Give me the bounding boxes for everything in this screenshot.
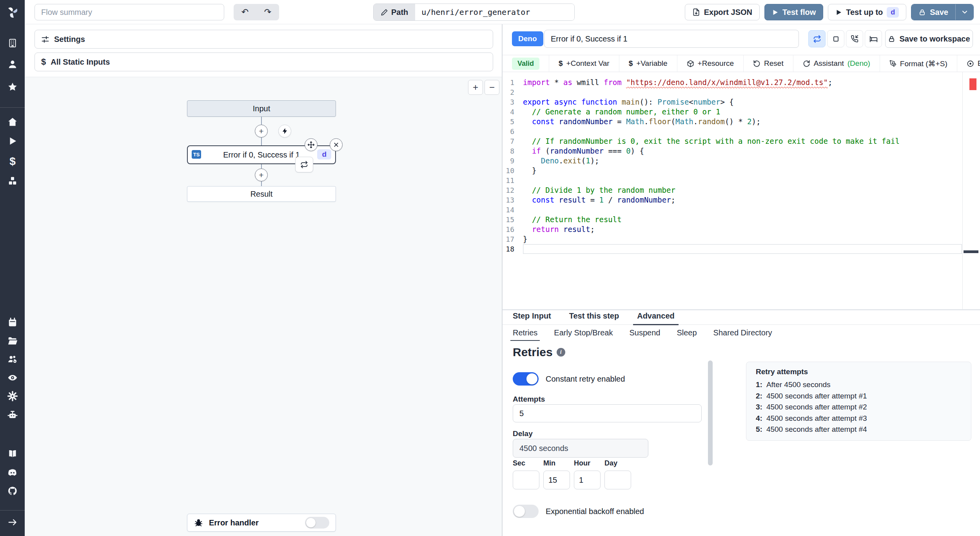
- sec-input[interactable]: [513, 471, 539, 489]
- home-icon[interactable]: [7, 117, 18, 127]
- schedules-calendar-icon[interactable]: [7, 317, 18, 328]
- undo-button[interactable]: ↶: [234, 4, 256, 20]
- folders-icon[interactable]: [7, 336, 18, 346]
- add-variable-button[interactable]: $+Variable: [619, 55, 677, 72]
- tab-test-this-step[interactable]: Test this step: [569, 311, 619, 325]
- line-content[interactable]: // Generate a random number, either 0 or…: [523, 107, 962, 117]
- flow-settings-button[interactable]: Settings: [34, 30, 493, 49]
- tab-advanced[interactable]: Advanced: [637, 311, 675, 325]
- code-line[interactable]: 14: [503, 205, 962, 215]
- subtab-early-stop-break[interactable]: Early Stop/Break: [554, 328, 613, 341]
- code-line[interactable]: 8 if (randomNumber === 0) {: [503, 146, 962, 156]
- code-line[interactable]: 1import * as wmill from "https://deno.la…: [503, 78, 962, 87]
- line-content[interactable]: [523, 244, 962, 254]
- line-content[interactable]: export async function main(): Promise<nu…: [523, 97, 962, 107]
- resources-cubes-icon[interactable]: [7, 176, 18, 186]
- flow-summary-input[interactable]: [34, 4, 224, 20]
- code-editor[interactable]: 1import * as wmill from "https://deno.la…: [503, 72, 980, 309]
- subtab-suspend[interactable]: Suspend: [629, 328, 660, 341]
- user-icon[interactable]: [7, 59, 18, 69]
- early-stop-icon-button[interactable]: [827, 30, 844, 47]
- line-content[interactable]: [523, 87, 962, 97]
- collapse-arrow-icon[interactable]: [7, 517, 18, 527]
- code-lines[interactable]: 1import * as wmill from "https://deno.la…: [503, 78, 962, 254]
- code-line[interactable]: 11: [503, 176, 962, 185]
- discord-icon[interactable]: [7, 467, 18, 478]
- save-button[interactable]: Save: [911, 4, 955, 20]
- line-content[interactable]: import * as wmill from "https://deno.lan…: [523, 78, 962, 87]
- tab-step-input[interactable]: Step Input: [513, 311, 551, 325]
- code-line[interactable]: 9 Deno.exit(1);: [503, 156, 962, 166]
- test-up-to-button[interactable]: Test up to d: [828, 4, 906, 20]
- line-content[interactable]: if (randomNumber === 0) {: [523, 146, 962, 156]
- code-line[interactable]: 5 const randomNumber = Math.floor(Math.r…: [503, 117, 962, 127]
- star-icon[interactable]: [7, 82, 18, 92]
- runs-play-icon[interactable]: [7, 136, 18, 146]
- line-content[interactable]: // If randomNumber is 0, exit the script…: [523, 136, 962, 146]
- code-line[interactable]: 15 // Return the result: [503, 215, 962, 225]
- explore-scripts-button[interactable]: Explore other s: [957, 55, 980, 72]
- robot-icon[interactable]: [7, 410, 18, 420]
- move-step-button[interactable]: [305, 138, 318, 151]
- redo-button[interactable]: ↷: [256, 4, 279, 20]
- constant-retry-toggle[interactable]: [513, 372, 539, 386]
- zoom-out-button[interactable]: −: [485, 80, 499, 95]
- code-line[interactable]: 13 const result = 1 / randomNumber;: [503, 195, 962, 205]
- line-content[interactable]: // Return the result: [523, 215, 962, 225]
- line-content[interactable]: [523, 205, 962, 215]
- code-line[interactable]: 3export async function main(): Promise<n…: [503, 97, 962, 107]
- test-flow-button[interactable]: Test flow: [764, 4, 823, 20]
- code-line[interactable]: 18: [503, 244, 962, 254]
- line-content[interactable]: // Divide 1 by the random number: [523, 185, 962, 195]
- all-static-inputs-button[interactable]: $ All Static Inputs: [34, 53, 493, 71]
- reset-button[interactable]: Reset: [744, 55, 793, 72]
- code-line[interactable]: 10 }: [503, 166, 962, 176]
- docs-book-icon[interactable]: [7, 449, 18, 459]
- step-retry-indicator-button[interactable]: [295, 157, 313, 172]
- code-line[interactable]: 7 // If randomNumber is 0, exit the scri…: [503, 136, 962, 146]
- subtab-retries[interactable]: Retries: [513, 328, 537, 341]
- sleep-icon-button[interactable]: [865, 30, 882, 47]
- workers-icon[interactable]: [7, 354, 18, 364]
- add-context-var-button[interactable]: $+Context Var: [549, 55, 619, 72]
- settings-gear-icon[interactable]: [7, 391, 18, 401]
- delete-step-button[interactable]: [330, 138, 343, 151]
- code-line[interactable]: 16 return result;: [503, 225, 962, 234]
- save-to-workspace-button[interactable]: Save to workspace: [885, 30, 973, 48]
- trigger-bolt-button[interactable]: [278, 125, 291, 138]
- error-handler-toggle[interactable]: [305, 517, 329, 529]
- editor-overview-ruler[interactable]: [962, 72, 980, 309]
- subtab-shared-directory[interactable]: Shared Directory: [713, 328, 772, 341]
- code-line[interactable]: 4 // Generate a random number, either 0 …: [503, 107, 962, 117]
- info-icon[interactable]: i: [557, 348, 565, 357]
- suspend-icon-button[interactable]: [846, 30, 863, 47]
- hour-input[interactable]: [574, 471, 601, 489]
- retries-scrollbar[interactable]: [708, 360, 713, 465]
- step-name-input[interactable]: [544, 30, 799, 48]
- exponential-backoff-toggle[interactable]: [513, 505, 539, 518]
- flow-result-node[interactable]: Result: [187, 186, 336, 202]
- line-content[interactable]: }: [523, 166, 962, 176]
- variables-dollar-icon[interactable]: $: [7, 155, 18, 165]
- path-input[interactable]: [415, 4, 574, 20]
- line-content[interactable]: [523, 127, 962, 136]
- code-line[interactable]: 2: [503, 87, 962, 97]
- code-line[interactable]: 12 // Divide 1 by the random number: [503, 185, 962, 195]
- code-line[interactable]: 17}: [503, 234, 962, 244]
- line-content[interactable]: return result;: [523, 225, 962, 234]
- format-button[interactable]: Format (⌘+S): [880, 55, 957, 72]
- audit-eye-icon[interactable]: [7, 373, 18, 383]
- subtab-sleep[interactable]: Sleep: [677, 328, 697, 341]
- building-icon[interactable]: [7, 38, 18, 48]
- line-content[interactable]: const randomNumber = Math.floor(Math.ran…: [523, 117, 962, 127]
- line-content[interactable]: Deno.exit(1);: [523, 156, 962, 166]
- error-handler-node[interactable]: Error handler: [187, 514, 336, 532]
- attempts-input[interactable]: [513, 404, 702, 422]
- line-content[interactable]: }: [523, 234, 962, 244]
- save-dropdown-button[interactable]: [955, 4, 973, 20]
- line-content[interactable]: const result = 1 / randomNumber;: [523, 195, 962, 205]
- add-resource-button[interactable]: +Resource: [677, 55, 744, 72]
- windmill-logo-icon[interactable]: [6, 5, 19, 18]
- insert-step-button-top[interactable]: +: [255, 125, 268, 138]
- day-input[interactable]: [604, 471, 631, 489]
